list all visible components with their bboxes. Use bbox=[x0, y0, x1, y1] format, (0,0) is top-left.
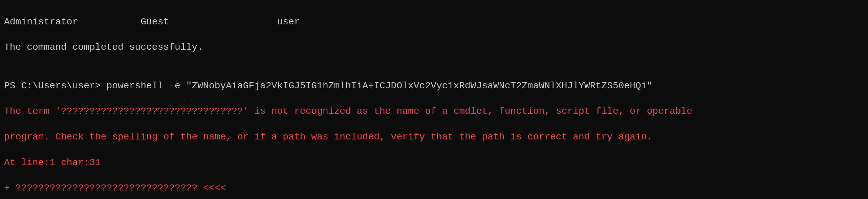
terminal-line: The term '??????????????????????????????… bbox=[4, 105, 864, 118]
terminal-line: program. Check the spelling of the name,… bbox=[4, 131, 864, 143]
terminal-window: Administrator Guest user The command com… bbox=[0, 0, 868, 199]
terminal-empty-line bbox=[4, 67, 864, 80]
terminal-line: Administrator Guest user bbox=[4, 16, 864, 28]
terminal-line: The command completed successfully. bbox=[4, 41, 864, 54]
terminal-line: At line:1 char:31 bbox=[4, 156, 864, 169]
terminal-line: PS C:\Users\user> powershell -e "ZWNobyA… bbox=[4, 80, 864, 92]
terminal-line: + ???????????????????????????????? <<<< bbox=[4, 182, 864, 195]
